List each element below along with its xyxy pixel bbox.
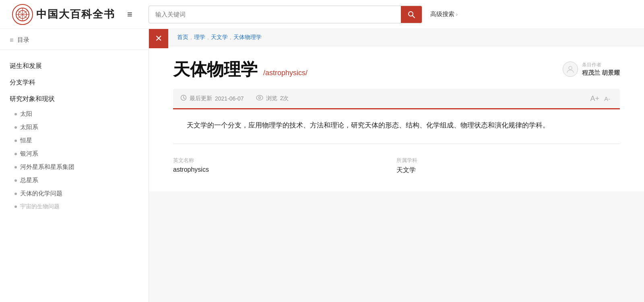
title-row: 天体物理学 /astrophysics/ 条目作者 程茂兰 胡景耀 [173,58,620,81]
close-button[interactable]: ✕ [149,29,168,48]
breadcrumb-home[interactable]: 首页 [177,34,188,41]
meta-updated-label: 最后更新 [190,95,212,102]
meta-views-label: 浏览 [266,95,277,102]
toc-label: 目录 [17,36,29,44]
info-english-name-value: astrophysics [173,166,396,173]
meta-views: 浏览 2次 [256,95,289,102]
breadcrumb-sep-3: . [230,34,231,41]
author-label: 条目作者 [582,62,620,68]
sidebar-sub-item-solar-system[interactable]: 太阳系 [14,121,149,134]
breadcrumb-astronomy[interactable]: 天文学 [211,34,228,41]
toc-menu-icon: ≡ [10,37,13,44]
breadcrumb-sep-2: . [207,34,209,41]
bullet-icon [14,113,17,115]
bullet-icon [14,179,17,182]
title-chinese: 天体物理学 [173,58,258,81]
info-table: 英文名称 astrophysics 所属学科 天文学 [173,144,620,179]
sidebar-sub-item-chemistry[interactable]: 天体的化学问题 [14,187,149,200]
logo-icon [12,4,33,25]
advanced-search-label: 高级搜索 [430,10,454,18]
info-subject-label: 所属学科 [396,157,620,164]
sidebar: ≡ 目录 诞生和发展 分支学科 研究对象和现状 太阳 太阳系 恒星 [0,29,149,302]
article-body: 天文学的一个分支，应用物理学的技术、方法和理论，研究天体的形态、结构、化学组成、… [173,119,620,131]
sidebar-item-birth[interactable]: 诞生和发展 [10,58,149,74]
logo-text: 中国大百科全书 [36,7,115,21]
red-divider [173,108,620,109]
bullet-icon [14,193,17,195]
sidebar-sub-item-milky-way[interactable]: 银河系 [14,147,149,160]
hamburger-icon[interactable]: ≡ [127,9,132,20]
meta-updated-date: 2021-06-07 [215,95,244,102]
meta-views-count: 2次 [280,95,289,102]
author-area: 条目作者 程茂兰 胡景耀 [563,62,620,77]
svg-line-11 [184,98,185,99]
info-subject-value: 天文学 [396,166,620,175]
eye-icon [256,95,263,102]
sidebar-sub-items: 太阳 太阳系 恒星 银河系 河外星系和星系集团 [14,107,149,213]
author-avatar [563,62,578,77]
info-subject: 所属学科 天文学 [396,152,620,179]
search-button[interactable] [401,6,422,23]
sidebar-item-research[interactable]: 研究对象和现状 [10,91,149,107]
bullet-icon [14,140,17,142]
chevron-right-icon: › [456,11,458,17]
clock-icon [180,95,187,103]
sidebar-sub-item-stars[interactable]: 恒星 [14,134,149,147]
bullet-icon [14,153,17,155]
font-increase-button[interactable]: A+ [590,95,599,103]
font-controls: A+ A- [590,95,610,103]
article: 天体物理学 /astrophysics/ 条目作者 程茂兰 胡景耀 [149,46,644,191]
svg-point-8 [569,66,572,70]
svg-point-12 [256,95,263,100]
author-names: 程茂兰 胡景耀 [582,69,620,77]
svg-line-7 [413,16,415,18]
author-info: 条目作者 程茂兰 胡景耀 [582,62,620,77]
sidebar-sub-item-biology[interactable]: 宇宙的生物问题 [14,200,149,213]
sidebar-sub-item-universe[interactable]: 总星系 [14,174,149,187]
font-decrease-button[interactable]: A- [604,95,610,102]
bullet-icon [14,205,17,208]
breadcrumb-science[interactable]: 理学 [194,34,205,41]
content-area: ✕ 首页 . 理学 . 天文学 . 天体物理学 天体物理学 /astrophys… [149,29,644,302]
search-area [149,6,422,23]
sidebar-item-branches[interactable]: 分支学科 [10,74,149,91]
meta-bar: 最后更新 2021-06-07 浏览 2次 A+ A- [173,89,620,108]
article-title: 天体物理学 /astrophysics/ [173,58,308,81]
meta-updated: 最后更新 2021-06-07 [180,95,244,103]
header: 中国大百科全书 ≡ 高级搜索 › [0,0,644,29]
bullet-icon [14,166,17,168]
svg-point-13 [258,97,260,99]
logo-area: 中国大百科全书 [12,4,115,25]
info-english-name-label: 英文名称 [173,157,396,164]
breadcrumb-astrophysics[interactable]: 天体物理学 [233,34,262,41]
sidebar-sub-item-sun[interactable]: 太阳 [14,107,149,121]
main-layout: ≡ 目录 诞生和发展 分支学科 研究对象和现状 太阳 太阳系 恒星 [0,29,644,302]
sidebar-sub-item-extragalactic[interactable]: 河外星系和星系集团 [14,160,149,174]
sidebar-toc-header: ≡ 目录 [0,29,149,50]
breadcrumb: 首页 . 理学 . 天文学 . 天体物理学 [149,29,644,46]
info-english-name: 英文名称 astrophysics [173,152,396,179]
bullet-icon [14,126,17,129]
breadcrumb-sep-1: . [190,34,192,41]
search-input[interactable] [149,11,401,18]
sidebar-nav: 诞生和发展 分支学科 研究对象和现状 太阳 太阳系 恒星 银河系 [0,50,149,221]
advanced-search-link[interactable]: 高级搜索 › [430,10,458,18]
title-phonetic: /astrophysics/ [263,69,308,77]
